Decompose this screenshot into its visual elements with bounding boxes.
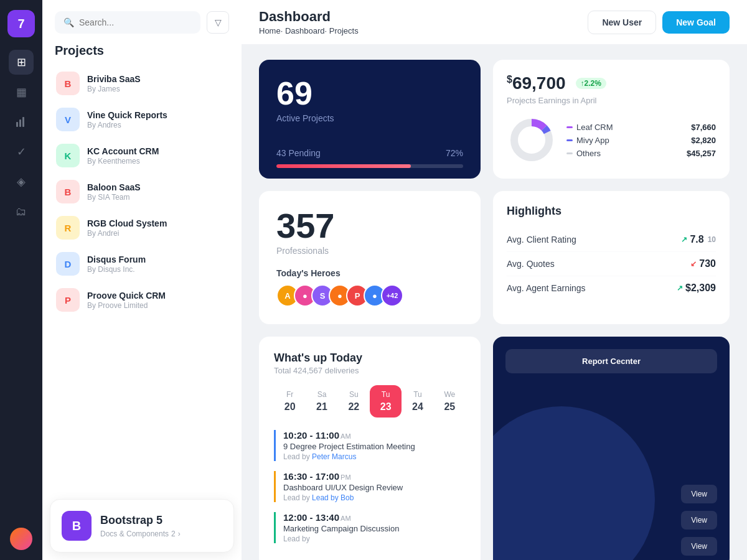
highlights-title: Highlights — [507, 205, 716, 218]
professionals-label: Professionals — [276, 246, 463, 256]
event-lead: Lead by Lead by Bob — [283, 493, 466, 502]
nav-avatar[interactable]: 7 — [7, 10, 35, 37]
user-avatar[interactable] — [10, 528, 32, 550]
event-item: 12:00 - 13:40AM Marketing Campaign Discu… — [274, 512, 466, 543]
svg-rect-2 — [22, 117, 24, 127]
calendar-day[interactable]: Fr20 — [274, 385, 306, 418]
highlights-card: Highlights Avg. Client Rating ↗ 7.8 10 A… — [493, 191, 730, 324]
highlight-value: ↙ 730 — [690, 258, 716, 269]
legend-value: $2,820 — [687, 136, 716, 145]
event-name: 9 Degree Project Estimation Meeting — [283, 442, 466, 451]
cal-day-name: Sa — [308, 390, 335, 399]
bootstrap-card[interactable]: B Bootstrap 5 Docs & Components 2 › — [50, 499, 234, 553]
earnings-card: $69,700 ↑2.2% Projects Earnings in April… — [493, 60, 730, 179]
project-by: By SIA Team — [87, 193, 228, 202]
calendar-day[interactable]: Tu24 — [402, 385, 433, 418]
event-lead-link[interactable]: Lead by Bob — [312, 493, 354, 502]
earnings-badge: ↑2.2% — [576, 78, 606, 89]
cal-day-num: 20 — [276, 401, 303, 413]
view-button-1[interactable]: View — [681, 485, 717, 503]
bootstrap-logo: B — [62, 511, 92, 541]
schedule-title: What's up Today — [274, 352, 466, 365]
calendar-day[interactable]: Su22 — [338, 385, 370, 418]
main-content: Dashboard Home· Dashboard· Projects New … — [242, 0, 747, 560]
project-info: Briviba SaaS By James — [87, 74, 228, 93]
legend-item: Others — [566, 149, 677, 158]
highlight-row: Avg. Client Rating ↗ 7.8 10 — [507, 228, 716, 252]
events-list: 10:20 - 11:00AM 9 Degree Project Estimat… — [274, 430, 466, 543]
event-time: 16:30 - 17:00PM — [283, 471, 466, 482]
legend-dot — [566, 126, 573, 128]
event-name: Dashboard UI/UX Design Review — [283, 483, 466, 492]
event-time: 12:00 - 13:40AM — [283, 512, 466, 523]
event-item: 16:30 - 17:00PM Dashboard UI/UX Design R… — [274, 471, 466, 502]
svg-rect-0 — [16, 122, 18, 127]
legend-dot — [566, 152, 573, 154]
event-lead: Lead by Peter Marcus — [283, 452, 466, 461]
nav-icon-chart[interactable] — [9, 110, 34, 134]
highlight-label: Avg. Quotes — [507, 259, 555, 269]
calendar-day[interactable]: Tu23 — [370, 385, 402, 418]
cal-day-name: We — [436, 390, 463, 399]
new-goal-button[interactable]: New Goal — [662, 11, 730, 34]
active-projects-card: 69 Active Projects 43 Pending 72% — [259, 60, 481, 179]
event-ampm: AM — [341, 432, 351, 440]
event-ampm: AM — [341, 515, 351, 522]
new-user-button[interactable]: New User — [588, 11, 656, 34]
legend-name: Mivy App — [576, 136, 609, 145]
search-input[interactable] — [79, 17, 192, 27]
search-icon: 🔍 — [63, 17, 74, 27]
cal-day-name: Su — [341, 390, 367, 399]
projects-list: B Briviba SaaS By James V Vine Quick Rep… — [42, 65, 242, 492]
project-by: By Disqus Inc. — [87, 265, 228, 274]
progress-percent: 72% — [446, 148, 463, 158]
nav-icon-layers[interactable]: ◈ — [9, 169, 34, 194]
view-button-2[interactable]: View — [681, 511, 717, 530]
project-by: By Proove Limited — [87, 301, 228, 310]
active-projects-bottom: 43 Pending 72% — [276, 148, 463, 158]
project-item[interactable]: R RGB Cloud System By Andrei — [50, 210, 234, 246]
search-box[interactable]: 🔍 — [55, 11, 200, 34]
project-item[interactable]: D Disqus Forum By Disqus Inc. — [50, 246, 234, 282]
docs-link[interactable]: Docs & Components 2 › — [100, 530, 181, 538]
event-lead-link[interactable]: Peter Marcus — [312, 452, 356, 461]
project-item[interactable]: V Vine Quick Reports By Andres — [50, 101, 234, 138]
active-projects-number: 69 — [276, 77, 463, 110]
progress-bar-container — [276, 164, 463, 168]
sidebar: 🔍 ▽ Projects B Briviba SaaS By James V V… — [42, 0, 242, 560]
schedule-card: What's up Today Total 424,567 deliveries… — [259, 337, 481, 560]
calendar-day[interactable]: We25 — [434, 385, 466, 418]
nav-icon-briefcase[interactable]: 🗂 — [9, 199, 34, 224]
earnings-values: $7,660$2,820$45,257 — [687, 123, 716, 158]
project-info: RGB Cloud System By Andrei — [87, 218, 228, 238]
report-center-button[interactable]: Report Cecnter — [505, 349, 717, 373]
right-panel: Report Cecnter View View View — [493, 337, 730, 560]
view-button-3[interactable]: View — [681, 537, 717, 556]
cal-day-num: 21 — [308, 401, 335, 413]
event-time: 10:20 - 11:00AM — [283, 430, 466, 441]
calendar-row: Fr20Sa21Su22Tu23Tu24We25 — [274, 385, 466, 418]
calendar-day[interactable]: Sa21 — [306, 385, 337, 418]
project-by: By Keenthemes — [87, 157, 228, 166]
project-info: Disqus Forum By Disqus Inc. — [87, 254, 228, 274]
nav-icon-check[interactable]: ✓ — [9, 139, 34, 164]
project-item[interactable]: P Proove Quick CRM By Proove Limited — [50, 282, 234, 318]
cal-day-name: Tu — [404, 390, 431, 399]
project-item[interactable]: K KC Account CRM By Keenthemes — [50, 138, 234, 174]
nav-icon-home[interactable]: ⊞ — [9, 50, 34, 75]
project-name: KC Account CRM — [87, 146, 228, 156]
project-info: KC Account CRM By Keenthemes — [87, 146, 228, 166]
event-name: Marketing Campaign Discussion — [283, 524, 466, 533]
project-item[interactable]: B Briviba SaaS By James — [50, 65, 234, 101]
earnings-legend: Leaf CRMMivy AppOthers — [566, 123, 677, 158]
legend-value: $7,660 — [687, 123, 716, 132]
pending-count: 43 Pending — [276, 148, 321, 158]
nav-icon-grid[interactable]: ▦ — [9, 80, 34, 105]
cal-day-name: Fr — [276, 390, 303, 399]
filter-button[interactable]: ▽ — [207, 11, 229, 34]
project-name: Proove Quick CRM — [87, 291, 228, 301]
top-bar: Dashboard Home· Dashboard· Projects New … — [242, 0, 747, 45]
hero-more: +42 — [381, 284, 403, 307]
event-ampm: PM — [341, 474, 351, 481]
project-item[interactable]: B Baloon SaaS By SIA Team — [50, 174, 234, 210]
